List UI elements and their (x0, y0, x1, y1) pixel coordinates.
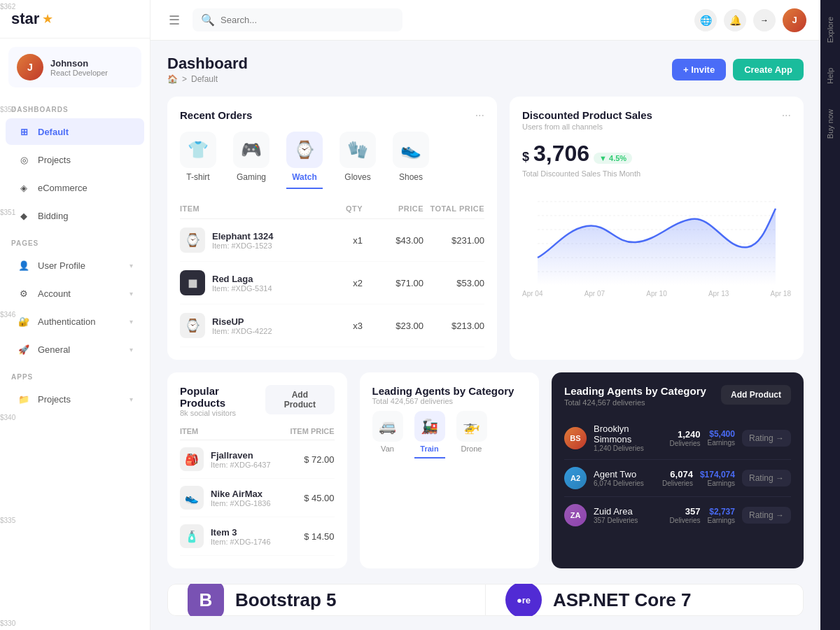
watch-label: Watch (292, 172, 317, 182)
search-input[interactable] (220, 15, 394, 25)
add-product-dark-button[interactable]: Add Product (721, 385, 791, 405)
item-qty-3: x3 (302, 321, 363, 331)
tab-shoes[interactable]: 👟 Shoes (393, 132, 429, 189)
table-row: ⌚ RiseUP Item: #XDG-4222 x3 $23.00 $213.… (180, 304, 484, 347)
list-item: 🧴 Item 3 Item: #XDG-1746 $ 14.50 (180, 517, 335, 556)
gaming-icon: 🎮 (233, 132, 270, 168)
sidebar-item-account[interactable]: ⚙ Account ▾ (6, 280, 144, 307)
top-row: Recent Orders ··· 👕 T-shirt 🎮 Gaming ⌚ (167, 97, 804, 360)
sidebar-item-label: User Profile (38, 260, 85, 271)
page-header: Dashboard 🏠 > Default + Invite Create Ap… (167, 55, 804, 84)
item-price-1: $43.00 (363, 235, 424, 246)
item-details-2: Red Laga Item: #XDG-5314 (212, 274, 272, 293)
tab-drone[interactable]: 🚁 Drone (456, 411, 487, 458)
van-label: Van (381, 444, 394, 453)
globe-icon-btn[interactable]: 🌐 (694, 9, 717, 31)
x-label-3: Apr 10 (646, 290, 666, 298)
sales-chart-svg (522, 188, 791, 286)
sidebar-item-ecommerce[interactable]: ◈ eCommerce (6, 174, 144, 201)
sidebar-item-general[interactable]: 🚀 General ▾ (6, 336, 144, 363)
notification-icon-btn[interactable]: 🔔 (724, 9, 746, 31)
item-qty-2: x2 (302, 278, 363, 288)
item-name-2: Red Laga (212, 274, 272, 284)
orders-menu-button[interactable]: ··· (475, 109, 484, 122)
item-info-1: ⌚ Elephant 1324 Item: #XDG-1523 (180, 227, 302, 253)
right-tab-buy[interactable]: Buy now (823, 104, 837, 144)
sidebar-item-projects[interactable]: ◎ Projects (6, 146, 144, 173)
popular-header-text: Popular Products 8k social visitors (180, 385, 265, 417)
tshirt-icon: 👕 (180, 132, 216, 168)
list-item: A2 Agent Two 6,074 Deliveries 6,074 Deli… (564, 460, 791, 497)
breadcrumb: 🏠 > Default (167, 74, 248, 84)
agent-count-3: 357 (670, 506, 701, 517)
agent-avatar-2: A2 (564, 467, 587, 489)
list-item: ZA Zuid Area 357 Deliveries 357 Deliveri… (564, 497, 791, 533)
agent-del-3: 357 Deliveries (594, 517, 663, 524)
shoes-label: Shoes (399, 172, 423, 182)
prod-name-3: Item 3 (211, 527, 271, 538)
user-profile-card[interactable]: J Johnson React Developer (8, 47, 141, 88)
logo-star: ★ (42, 11, 53, 27)
agent-earn-2: $174,074 (700, 470, 735, 479)
right-tab-help[interactable]: Help (823, 62, 837, 90)
sidebar-item-authentication[interactable]: 🔐 Authentication ▾ (6, 308, 144, 335)
tab-tshirt[interactable]: 👕 T-shirt (180, 132, 216, 189)
tab-gaming[interactable]: 🎮 Gaming (233, 132, 270, 189)
x-label-5: Apr 18 (771, 290, 791, 298)
discounted-sales-title: Discounted Product Sales (522, 109, 652, 121)
van-icon: 🚐 (372, 411, 403, 442)
agent-name-2: Agent Two (594, 469, 655, 479)
item-icon-3: ⌚ (180, 313, 205, 338)
discounted-sales-card: Discounted Product Sales Users from all … (510, 97, 804, 360)
tab-gloves[interactable]: 🧤 Gloves (340, 132, 376, 189)
topbar-avatar[interactable]: J (783, 8, 806, 32)
page-header-left: Dashboard 🏠 > Default (167, 55, 248, 84)
prod-info-1: 🎒 Fjallraven Item: #XDG-6437 (180, 447, 283, 471)
list-item: BS Brooklyn Simmons 1,240 Deliveries 1,2… (564, 416, 791, 460)
prod-info-2: 👟 Nike AirMax Item: #XDG-1836 (180, 486, 283, 510)
tab-van[interactable]: 🚐 Van (372, 411, 403, 458)
item-icon-2: ◼ (180, 270, 205, 295)
agent-count-group-2: 6,074 Deliveries (662, 469, 693, 487)
bootstrap-text: Bootstrap 5 (235, 589, 336, 611)
item-code-3: Item: #XDG-4222 (212, 327, 272, 335)
tab-train[interactable]: 🚂 Train (414, 411, 445, 458)
prod-table-header: ITEM ITEM PRICE (180, 423, 335, 440)
gloves-label: Gloves (344, 172, 370, 182)
leading-header-text: Leading Agents by Category Total 424,567… (372, 385, 514, 405)
aspnet-text: ASP.NET Core 7 (553, 589, 691, 611)
right-tab-explore[interactable]: Explore (823, 11, 837, 48)
add-product-button[interactable]: Add Product (265, 385, 334, 414)
prod-details-3: Item 3 Item: #XDG-1746 (211, 527, 271, 546)
prod-col-price: ITEM PRICE (283, 427, 335, 435)
rating-button-1[interactable]: Rating → (742, 430, 791, 447)
sidebar-item-projects-app[interactable]: 📁 Projects ▾ (6, 386, 144, 412)
agent-del-sub-2: Deliveries (662, 479, 693, 487)
agent-count-group-1: 1,240 Deliveries (670, 429, 701, 447)
sidebar-item-label: eCommerce (38, 183, 88, 193)
create-app-button[interactable]: Create App (733, 59, 804, 80)
popular-header: Popular Products 8k social visitors Add … (180, 385, 335, 417)
arrow-icon-btn[interactable]: → (753, 9, 776, 31)
invite-button[interactable]: + Invite (672, 59, 726, 80)
prod-icon-3: 🧴 (180, 524, 204, 548)
orders-table-header: ITEM QTY PRICE TOTAL PRICE (180, 199, 484, 219)
chart-x-labels: Apr 04 Apr 07 Apr 10 Apr 13 Apr 18 (522, 288, 791, 298)
sidebar-item-user-profile[interactable]: 👤 User Profile ▾ (6, 252, 144, 279)
chart-area: Apr 04 Apr 07 Apr 10 Apr 13 Apr 18 (522, 188, 791, 298)
search-box[interactable]: 🔍 (192, 8, 402, 31)
prod-code-1: Item: #XDG-6437 (211, 461, 271, 469)
prod-code-2: Item: #XDG-1836 (211, 499, 271, 507)
tab-watch[interactable]: ⌚ Watch (286, 132, 323, 189)
rating-button-3[interactable]: Rating → (742, 507, 791, 524)
agent-count-1: 1,240 (670, 429, 701, 440)
popular-products-card: Popular Products 8k social visitors Add … (167, 372, 347, 568)
rating-button-2[interactable]: Rating → (742, 470, 791, 486)
train-label: Train (420, 444, 438, 453)
sidebar-item-bidding[interactable]: ◆ Bidding (6, 202, 144, 229)
sidebar-item-default[interactable]: ⊞ Default (6, 118, 144, 145)
prod-name-1: Fjallraven (211, 450, 271, 461)
tshirt-label: T-shirt (186, 172, 209, 182)
sidebar-toggle-button[interactable]: ☰ (164, 10, 184, 30)
sales-menu-button[interactable]: ··· (782, 109, 791, 122)
